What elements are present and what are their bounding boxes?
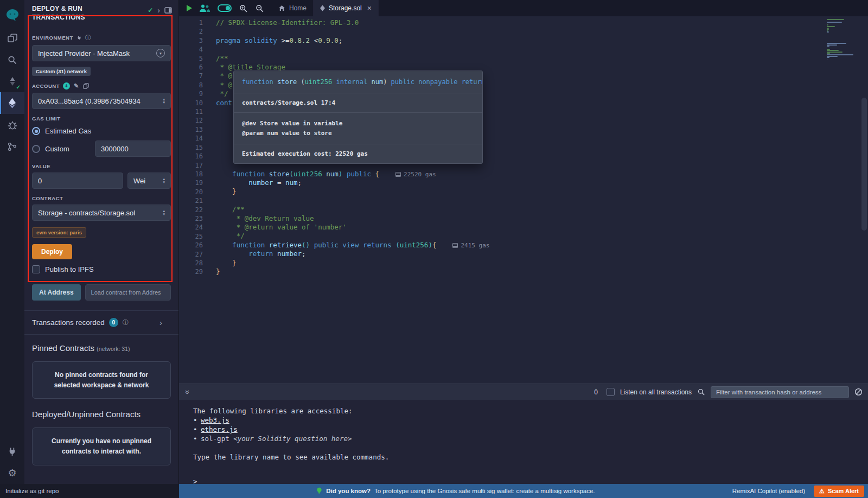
code-line: * @dev Return value — [216, 214, 868, 223]
value-input[interactable] — [32, 173, 123, 189]
tab-home[interactable]: Home — [272, 0, 314, 16]
account-label: ACCOUNT + ✎ — [32, 82, 171, 90]
minimap-line — [827, 22, 842, 23]
plugin-manager-icon[interactable] — [0, 440, 24, 462]
listen-all-label: Listen on all transactions — [620, 388, 692, 396]
home-icon — [278, 5, 285, 11]
bulb-icon — [316, 487, 322, 495]
add-account-icon[interactable]: + — [63, 82, 70, 90]
search-icon[interactable] — [0, 49, 24, 71]
sol-gpt-hint: <your Solidity question here> — [233, 435, 352, 443]
collaborate-icon[interactable] — [199, 4, 210, 12]
terminal-search-icon[interactable] — [697, 388, 705, 396]
estimated-gas-option[interactable]: Estimated Gas — [32, 127, 171, 135]
contract-value: Storage - contracts/Storage.sol — [38, 209, 135, 217]
line-number: 7 — [179, 72, 203, 80]
scam-alert-button[interactable]: ⚠ Scam Alert — [814, 486, 864, 497]
edit-account-icon[interactable]: ✎ — [74, 82, 79, 90]
debugger-icon[interactable] — [0, 114, 24, 136]
listen-all-checkbox[interactable] — [607, 388, 615, 396]
panel-chevron-icon[interactable]: › — [157, 6, 160, 15]
code-line: return number; — [216, 250, 868, 258]
code-line — [216, 27, 868, 36]
terminal-line: •sol-gpt <your Solidity question here> — [193, 434, 868, 443]
panel-title-line2: TRANSACTIONS — [32, 14, 85, 21]
ethers-link[interactable]: ethers.js — [201, 425, 238, 433]
zoom-out-icon[interactable] — [255, 4, 264, 13]
deploy-run-icon[interactable] — [0, 92, 24, 114]
minimap-line — [827, 50, 839, 51]
collapse-terminal-icon[interactable]: » — [183, 390, 192, 394]
close-tab-icon[interactable]: × — [367, 4, 372, 12]
icon-sidebar: ✓ ⚙ — [0, 0, 24, 484]
code-line: } — [216, 259, 868, 267]
custom-gas-option[interactable]: Custom — [32, 141, 171, 157]
copilot-status[interactable]: RemixAI Copilot (enabled) — [732, 488, 805, 494]
remix-logo-icon[interactable] — [0, 3, 24, 27]
code-line: /** — [216, 205, 868, 214]
line-number: 27 — [179, 250, 203, 259]
minimap[interactable] — [826, 18, 858, 78]
deploy-button[interactable]: Deploy — [32, 244, 72, 259]
compile-success-check-icon: ✓ — [16, 84, 21, 90]
at-address-button[interactable]: At Address — [32, 284, 81, 301]
unit-stepper-icon: ▴▾ — [163, 177, 165, 184]
workspace-icon[interactable] — [0, 27, 24, 49]
git-icon[interactable] — [0, 136, 24, 157]
terminal-filter-input[interactable] — [711, 386, 849, 398]
transactions-expand-icon[interactable]: › — [159, 318, 162, 327]
scrollbar-thumb[interactable] — [861, 98, 867, 231]
terminal[interactable]: The following libraries are accessible: … — [179, 400, 868, 484]
pin-panel-icon[interactable] — [164, 7, 172, 14]
line-number: 6 — [179, 63, 203, 72]
custom-gas-radio[interactable] — [32, 145, 40, 153]
contract-select[interactable]: Storage - contracts/Storage.sol ▴▾ — [32, 205, 171, 221]
code-line: // SPDX-License-Identifier: GPL-3.0 — [216, 18, 868, 27]
line-number: 22 — [179, 206, 203, 214]
line-number: 12 — [179, 116, 203, 125]
account-select[interactable]: 0xA03...85ac4 (0.398673504934 ▴▾ — [32, 93, 171, 109]
code-line: /** — [216, 54, 868, 63]
value-unit-select[interactable]: Wei ▴▾ — [127, 173, 171, 189]
editor-scrollbar[interactable] — [860, 16, 868, 384]
settings-gear-icon[interactable]: ⚙ — [0, 462, 24, 484]
line-number: 17 — [179, 161, 203, 170]
bullet: • — [193, 416, 201, 425]
zoom-in-icon[interactable] — [239, 4, 248, 13]
at-address-input[interactable] — [85, 284, 171, 301]
environment-select[interactable]: Injected Provider - MetaMask ▾ — [32, 45, 171, 61]
line-number: 5 — [179, 54, 203, 63]
scam-alert-label: Scam Alert — [828, 488, 859, 494]
publish-ipfs-checkbox[interactable] — [32, 265, 40, 273]
network-badge: Custom (31) network — [32, 67, 91, 76]
code-line — [216, 196, 868, 205]
transactions-recorded-row[interactable]: Transactions recorded 0 ⓘ › — [24, 310, 178, 335]
tip-bold: Did you know? — [326, 488, 371, 494]
code-line: } — [216, 187, 868, 196]
solidity-compiler-icon[interactable]: ✓ — [0, 71, 24, 92]
line-number: 9 — [179, 90, 203, 98]
estimated-gas-radio[interactable] — [32, 127, 40, 135]
run-script-icon[interactable] — [187, 5, 192, 11]
contract-label: CONTRACT — [32, 195, 171, 201]
line-number: 3 — [179, 36, 203, 45]
tab-storage-sol[interactable]: Storage.sol × — [314, 0, 379, 16]
git-init-status[interactable]: Initialize as git repo — [0, 484, 179, 498]
transactions-info-icon[interactable]: ⓘ — [123, 318, 129, 327]
publish-ipfs-row[interactable]: Publish to IPFS — [32, 265, 171, 273]
sol-gpt-label: sol-gpt — [201, 435, 233, 443]
clear-console-icon[interactable] — [854, 388, 863, 396]
terminal-line: •web3.js — [193, 416, 868, 425]
plug-icon[interactable] — [76, 35, 82, 41]
environment-info-icon[interactable]: ⓘ — [85, 34, 92, 42]
custom-gas-input[interactable] — [95, 141, 171, 157]
toggle-icon[interactable] — [218, 4, 232, 12]
value-unit: Wei — [133, 177, 145, 185]
line-number: 11 — [179, 107, 203, 116]
code-line: */ — [216, 232, 868, 240]
line-number: 23 — [179, 214, 203, 223]
deployed-empty-message: Currently you have no unpinned contracts… — [32, 427, 171, 465]
copy-account-icon[interactable] — [83, 83, 89, 89]
code-editor[interactable]: 1234567891011121314151617181920212223242… — [179, 16, 868, 384]
web3-link[interactable]: web3.js — [201, 416, 229, 424]
